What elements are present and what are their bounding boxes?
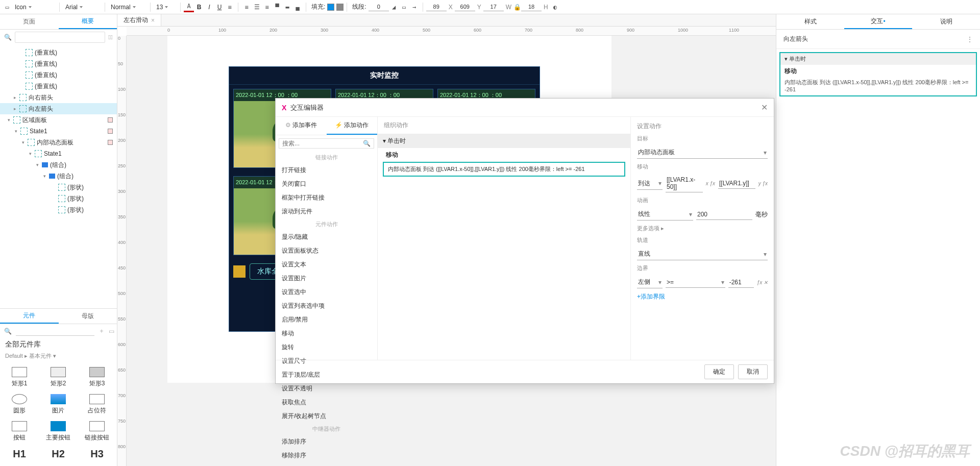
tree-row[interactable]: ▾(组合) — [0, 159, 117, 170]
options-icon[interactable]: ⋮ — [967, 36, 973, 43]
lib-item[interactable]: 按钮 — [0, 418, 39, 445]
lib-item[interactable]: H1 — [0, 445, 39, 463]
lib-search-input[interactable] — [16, 326, 94, 336]
align-left-icon[interactable]: ≡ — [241, 2, 252, 12]
action-item[interactable]: 设置列表选中项 — [276, 299, 377, 313]
action-item[interactable]: 移动 — [276, 327, 377, 340]
action-item[interactable]: 设置面板状态 — [276, 244, 377, 258]
lib-item[interactable]: H3 — [78, 445, 116, 463]
w-input[interactable] — [483, 3, 504, 11]
action-item[interactable]: 设置文本 — [276, 258, 377, 272]
fill-color[interactable] — [327, 4, 334, 11]
tree-row[interactable]: ▾State1 — [0, 148, 117, 159]
lib-item[interactable]: 链接按钮 — [78, 418, 116, 445]
close-tab-icon[interactable]: × — [151, 17, 155, 24]
tree-row[interactable]: (垂直线) — [0, 58, 117, 69]
tree-row[interactable]: (垂直线) — [0, 47, 117, 58]
lib-item[interactable]: 矩形3 — [78, 364, 116, 391]
action-item[interactable]: 启用/禁用 — [276, 313, 377, 327]
tab-add-action[interactable]: ⚡ 添加动作 — [327, 117, 378, 135]
tab-pages[interactable]: 页面 — [0, 14, 59, 29]
action-item[interactable]: 关闭窗口 — [276, 177, 377, 191]
action-item[interactable]: 设置不透明 — [276, 382, 377, 396]
tab-masters[interactable]: 母版 — [59, 309, 117, 324]
tab-interaction[interactable]: 交互• — [844, 14, 912, 29]
h-input[interactable] — [521, 3, 542, 11]
cancel-button[interactable]: 取消 — [738, 364, 768, 379]
lib-item[interactable]: H2 — [39, 445, 78, 463]
tree-row[interactable]: (形状) — [0, 182, 117, 193]
nav-icon[interactable] — [233, 265, 246, 278]
lib-item[interactable]: 图片 — [39, 391, 78, 418]
more-icon[interactable]: ◐ — [550, 2, 560, 12]
event-row[interactable]: ▾ 单击时 — [378, 134, 630, 148]
doc-tab[interactable]: 左右滑动× — [117, 14, 161, 26]
move-x-input[interactable]: [[LVAR1.x-50]] — [666, 175, 703, 192]
valign-mid-icon[interactable]: ▬ — [282, 2, 292, 12]
lib-view-icon[interactable]: ▭ — [109, 328, 114, 335]
line-color-icon[interactable]: ◢ — [389, 2, 399, 12]
shape-icon[interactable]: ▭ — [2, 2, 12, 12]
y-input[interactable] — [455, 3, 475, 11]
fill-color-2[interactable] — [336, 4, 344, 11]
tree-row[interactable]: (垂直线) — [0, 69, 117, 81]
action-item[interactable]: 移除排序 — [276, 449, 377, 462]
tree-row[interactable]: (形状) — [0, 193, 117, 204]
tab-outline[interactable]: 概要 — [59, 14, 117, 29]
action-item[interactable]: 设置选中 — [276, 285, 377, 299]
action-item[interactable]: 添加排序 — [276, 435, 377, 449]
valign-top-icon[interactable]: ▀ — [272, 2, 282, 12]
tree-row[interactable]: ▸向左箭头 — [0, 103, 117, 114]
action-item[interactable]: 展开/收起树节点 — [276, 409, 377, 423]
tree-row[interactable]: ▾内部动态面板 — [0, 137, 117, 148]
action-item[interactable]: 获取焦点 — [276, 396, 377, 409]
italic-icon[interactable]: I — [204, 2, 214, 12]
tab-add-event[interactable]: ⚙ 添加事件 — [276, 117, 327, 135]
tab-widgets[interactable]: 元件 — [0, 309, 59, 324]
filter-icon[interactable]: �⃞ — [108, 34, 113, 41]
bullets-icon[interactable]: ≡ — [225, 2, 235, 12]
lib-item[interactable]: 矩形1 — [0, 364, 39, 391]
align-right-icon[interactable]: ≡ — [262, 2, 272, 12]
action-row[interactable]: 移动 — [378, 148, 630, 162]
line-width-input[interactable] — [369, 3, 389, 11]
tree-row[interactable]: (垂直线) — [0, 81, 117, 92]
action-search[interactable] — [282, 140, 363, 147]
anim-type-select[interactable]: 线性▾ — [637, 208, 693, 220]
action-item[interactable]: 旋转 — [276, 340, 377, 354]
size-select[interactable]: 13 — [154, 2, 177, 13]
move-y-input[interactable]: [[LVAR1.y]] — [718, 178, 755, 189]
tree-row[interactable]: (形状) — [0, 204, 117, 215]
shape-select[interactable]: Icon — [12, 2, 56, 13]
lock-icon[interactable]: 🔒 — [513, 4, 521, 11]
add-boundary-link[interactable]: +添加界限 — [637, 292, 768, 301]
target-select[interactable]: 内部动态面板▾ — [637, 146, 768, 159]
track-select[interactable]: 直线▾ — [637, 248, 768, 260]
event-header[interactable]: ▾ 单击时 — [780, 53, 976, 65]
interaction-event[interactable]: ▾ 单击时 移动 内部动态面板 到达 ([[LVAR1.x-50]],[[LVA… — [779, 52, 977, 96]
lib-item[interactable]: 圆形 — [0, 391, 39, 418]
lib-item[interactable]: 矩形2 — [39, 364, 78, 391]
bound-val-input[interactable]: -261 — [728, 277, 754, 288]
outline-search[interactable] — [15, 32, 105, 43]
lib-title[interactable]: 全部元件库 — [0, 338, 117, 351]
align-center-icon[interactable]: ☰ — [252, 2, 262, 12]
anim-duration-input[interactable]: 200 — [696, 209, 752, 220]
action-detail[interactable]: 内部动态面板 到达 ([[LVAR1.x-50]],[[LVAR1.y]]) 线… — [383, 162, 625, 177]
action-item[interactable]: 设置图片 — [276, 272, 377, 285]
tab-style[interactable]: 样式 — [776, 14, 844, 29]
bold-icon[interactable]: B — [194, 2, 204, 12]
text-color-icon[interactable]: A — [184, 2, 194, 12]
more-options[interactable]: 更多选项 ▸ — [637, 225, 768, 232]
x-input[interactable] — [426, 3, 447, 11]
tree-row[interactable]: ▾区域面板 — [0, 114, 117, 126]
tab-notes[interactable]: 说明 — [912, 14, 980, 29]
lib-item[interactable]: 主要按钮 — [39, 418, 78, 445]
font-select[interactable]: Arial — [63, 2, 102, 13]
tree-row[interactable]: ▾State1 — [0, 126, 117, 137]
close-icon[interactable]: ✕ — [761, 103, 768, 112]
bound-side-select[interactable]: 左侧▾ — [637, 276, 663, 288]
tree-row[interactable]: ▸向右箭头 — [0, 92, 117, 103]
move-type-select[interactable]: 到达▾ — [637, 178, 663, 190]
valign-bot-icon[interactable]: ▄ — [292, 2, 303, 12]
